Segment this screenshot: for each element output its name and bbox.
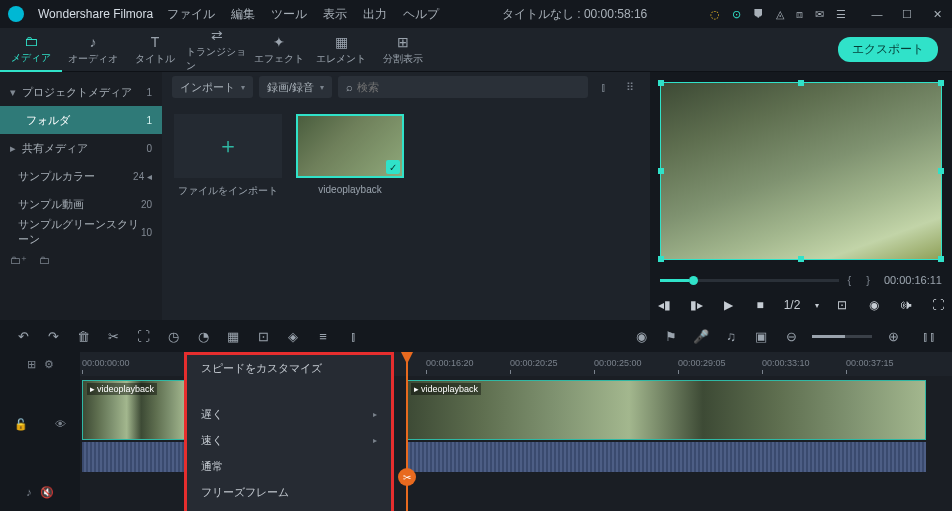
ctx-fast[interactable]: 速く▸ xyxy=(187,427,391,453)
filter-icon[interactable]: ⫿ xyxy=(594,77,614,97)
timeline-clip-left[interactable]: ▸videoplayback xyxy=(82,380,186,440)
tab-transition[interactable]: ⇄トランジション xyxy=(186,28,248,72)
menu-tools[interactable]: ツール xyxy=(271,6,307,23)
playhead[interactable]: ✂ xyxy=(406,352,408,511)
search-input[interactable] xyxy=(357,81,580,93)
mute-icon[interactable]: 🔇 xyxy=(40,486,54,499)
chevron-right-icon: ▸ xyxy=(373,410,377,419)
track-icon[interactable]: ≡ xyxy=(314,327,332,345)
ctx-slow[interactable]: 遅く▸ xyxy=(187,401,391,427)
crop-zoom-icon[interactable]: ⊡ xyxy=(254,327,272,345)
music-icon: ♪ xyxy=(90,34,97,50)
tab-effect[interactable]: ✦エフェクト xyxy=(248,28,310,72)
tab-media[interactable]: 🗀メディア xyxy=(0,28,62,72)
audio-adjust-icon[interactable]: ⫿ xyxy=(344,327,362,345)
preview-canvas[interactable] xyxy=(660,82,942,260)
play-button[interactable]: ▶ xyxy=(719,298,737,312)
snap-icon[interactable]: ▣ xyxy=(752,327,770,345)
gift-icon[interactable]: ⛊ xyxy=(753,8,764,20)
next-frame-button[interactable]: ▮▸ xyxy=(687,298,705,312)
ctx-normal[interactable]: 通常 xyxy=(187,453,391,479)
track-headers: ⊞⚙ 🔓👁 ♪🔇 xyxy=(0,352,80,511)
prev-frame-button[interactable]: ◂▮ xyxy=(655,298,673,312)
audio-wave-left[interactable] xyxy=(82,442,186,472)
media-clip[interactable]: videoplayback xyxy=(296,114,404,308)
chevron-down-icon: ▾ xyxy=(320,83,324,92)
render-icon[interactable]: ◉ xyxy=(632,327,650,345)
green-screen-icon[interactable]: ▦ xyxy=(224,327,242,345)
bulb-icon[interactable]: ◌ xyxy=(710,8,720,21)
minimize-button[interactable]: — xyxy=(870,7,884,21)
folder-icon[interactable]: 🗀 xyxy=(39,254,50,266)
preview-panel: { } 00:00:16:11 ◂▮ ▮▸ ▶ ■ 1/2▾ ⊡ ◉ 🕪 ⛶ xyxy=(650,72,952,320)
audio-track-icon: ♪ xyxy=(26,486,32,498)
app-logo xyxy=(8,6,24,22)
tree-sample-color[interactable]: サンプルカラー24 ◂ xyxy=(0,162,162,190)
project-title: タイトルなし : 00:00:58:16 xyxy=(453,6,696,23)
bell-icon[interactable]: ⧈ xyxy=(796,8,803,21)
speed-icon[interactable]: ◷ xyxy=(164,327,182,345)
ctx-customize-speed[interactable]: スピードをカスタマイズ xyxy=(187,355,391,381)
add-track-icon[interactable]: ⊞ xyxy=(27,358,36,371)
import-tile[interactable]: ＋ ファイルをインポート xyxy=(174,114,282,308)
mail-icon[interactable]: ✉ xyxy=(815,8,824,21)
zoom-fit-icon[interactable]: ⫿⫿ xyxy=(920,327,938,345)
tab-audio[interactable]: ♪オーディオ xyxy=(62,28,124,72)
voiceover-icon[interactable]: 🎤 xyxy=(692,327,710,345)
ctx-freeze-frame[interactable]: フリーズフレーム xyxy=(187,479,391,505)
tab-element[interactable]: ▦エレメント xyxy=(310,28,372,72)
chevron-right-icon: ▸ xyxy=(373,436,377,445)
tree-folder[interactable]: フォルダ1 xyxy=(0,106,162,134)
zoom-ratio[interactable]: 1/2 xyxy=(783,298,801,312)
tab-title[interactable]: Tタイトル xyxy=(124,28,186,72)
quality-icon[interactable]: ⊡ xyxy=(833,298,851,312)
search-field[interactable]: ⌕ xyxy=(338,76,588,98)
keyframe-icon[interactable]: ◈ xyxy=(284,327,302,345)
tree-sample-video[interactable]: サンプル動画20 xyxy=(0,190,162,218)
tree-shared-media[interactable]: ▸共有メディア0 xyxy=(0,134,162,162)
redo-icon[interactable]: ↷ xyxy=(44,327,62,345)
menu-help[interactable]: ヘルプ xyxy=(403,6,439,23)
zoom-slider[interactable] xyxy=(812,335,872,338)
export-button[interactable]: エクスポート xyxy=(838,37,938,62)
audio-wave[interactable] xyxy=(406,442,926,472)
menu-view[interactable]: 表示 xyxy=(323,6,347,23)
crop-icon[interactable]: ⛶ xyxy=(134,327,152,345)
color-icon[interactable]: ◔ xyxy=(194,327,212,345)
fullscreen-icon[interactable]: ⛶ xyxy=(929,298,947,312)
timeline-body[interactable]: 00:00:00:00 00:00:16:20 00:00:20:25 00:0… xyxy=(80,352,952,511)
import-dropdown[interactable]: インポート▾ xyxy=(172,76,253,98)
snapshot-icon[interactable]: ◉ xyxy=(865,298,883,312)
close-button[interactable]: ✕ xyxy=(930,7,944,21)
mixer-icon[interactable]: ♫ xyxy=(722,327,740,345)
track-settings-icon[interactable]: ⚙ xyxy=(44,358,54,371)
tree-project-media[interactable]: ▾プロジェクトメディア1 xyxy=(0,78,162,106)
timeline-clip[interactable]: ▸videoplayback xyxy=(406,380,926,440)
headphones-icon[interactable]: ⊙ xyxy=(732,8,741,21)
record-dropdown[interactable]: 録画/録音▾ xyxy=(259,76,332,98)
feedback-icon[interactable]: ☰ xyxy=(836,8,846,21)
menu-edit[interactable]: 編集 xyxy=(231,6,255,23)
user-icon[interactable]: ◬ xyxy=(776,8,784,21)
volume-icon[interactable]: 🕪 xyxy=(897,298,915,312)
delete-icon[interactable]: 🗑 xyxy=(74,327,92,345)
stop-button[interactable]: ■ xyxy=(751,298,769,312)
menu-output[interactable]: 出力 xyxy=(363,6,387,23)
tree-sample-green[interactable]: サンプルグリーンスクリーン10 xyxy=(0,218,162,246)
mark-brackets[interactable]: { } xyxy=(847,274,875,286)
visibility-icon[interactable]: 👁 xyxy=(55,418,66,430)
preview-seekbar[interactable] xyxy=(660,279,839,282)
grid-icon[interactable]: ⠿ xyxy=(620,77,640,97)
zoom-out-icon[interactable]: ⊖ xyxy=(782,327,800,345)
marker-icon[interactable]: ⚑ xyxy=(662,327,680,345)
zoom-in-icon[interactable]: ⊕ xyxy=(884,327,902,345)
scissors-icon[interactable]: ✂ xyxy=(398,468,416,486)
cut-icon[interactable]: ✂ xyxy=(104,327,122,345)
maximize-button[interactable]: ☐ xyxy=(900,7,914,21)
preview-timecode: 00:00:16:11 xyxy=(884,274,942,286)
new-folder-icon[interactable]: 🗀⁺ xyxy=(10,254,27,267)
tab-split[interactable]: ⊞分割表示 xyxy=(372,28,434,72)
menu-file[interactable]: ファイル xyxy=(167,6,215,23)
lock-icon[interactable]: 🔓 xyxy=(14,418,28,431)
undo-icon[interactable]: ↶ xyxy=(14,327,32,345)
